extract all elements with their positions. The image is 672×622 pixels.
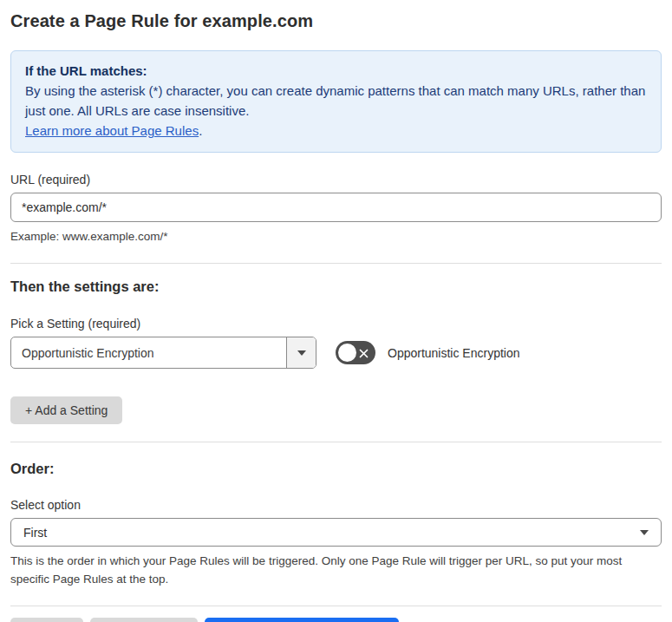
chevron-down-icon (640, 530, 649, 535)
add-setting-button[interactable]: + Add a Setting (10, 396, 122, 424)
pick-setting-label: Pick a Setting (required) (10, 317, 662, 331)
save-and-deploy-button[interactable]: Save and Deploy Page Rule (205, 618, 399, 622)
setting-dropdown[interactable]: Opportunistic Encryption (10, 337, 316, 369)
url-input[interactable] (10, 193, 662, 222)
learn-more-link[interactable]: Learn more about Page Rules (25, 123, 199, 138)
footer-actions: Cancel Save as Draft Save and Deploy Pag… (10, 618, 662, 622)
order-section-heading: Order: (10, 461, 662, 477)
divider (10, 442, 662, 442)
info-box-link-line: Learn more about Page Rules. (25, 121, 647, 141)
order-helper-text: This is the order in which your Page Rul… (10, 552, 662, 588)
toggle-label: Opportunistic Encryption (388, 346, 520, 360)
cancel-button[interactable]: Cancel (10, 618, 83, 622)
order-select[interactable]: First (10, 518, 662, 547)
save-as-draft-button[interactable]: Save as Draft (90, 618, 199, 622)
setting-toggle-group: Opportunistic Encryption (336, 341, 520, 364)
order-select-label: Select option (10, 498, 662, 512)
info-box-body: By using the asterisk (*) character, you… (25, 81, 647, 121)
toggle-x-icon (358, 347, 369, 363)
url-match-info-box: If the URL matches: By using the asteris… (10, 50, 662, 153)
divider (10, 263, 662, 264)
setting-dropdown-arrow-button[interactable] (286, 337, 316, 368)
link-period: . (199, 123, 202, 138)
page-rule-form: Create a Page Rule for example.com If th… (0, 0, 672, 622)
chevron-down-icon (297, 350, 306, 356)
page-title: Create a Page Rule for example.com (10, 11, 662, 31)
info-box-heading: If the URL matches: (25, 61, 647, 81)
setting-dropdown-value: Opportunistic Encryption (11, 337, 286, 368)
url-example-helper: Example: www.example.com/* (10, 228, 662, 246)
divider (10, 606, 662, 606)
opportunistic-encryption-toggle[interactable] (336, 341, 375, 364)
toggle-knob (338, 344, 356, 362)
order-select-value: First (23, 526, 47, 540)
url-field-label: URL (required) (10, 173, 662, 187)
setting-picker-row: Opportunistic Encryption Opportunistic E… (10, 337, 662, 369)
settings-section-heading: Then the settings are: (10, 278, 662, 295)
